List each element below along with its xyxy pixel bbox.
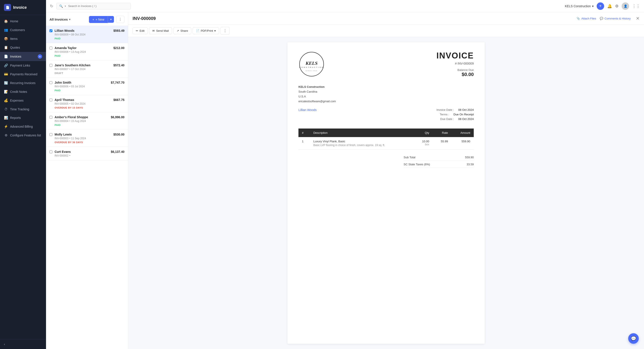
sidebar-item-payment-links[interactable]: 🔗 Payment Links (0, 61, 46, 70)
doc-balance-area: Balance Due $0.00 (436, 68, 474, 77)
invoice-list-item[interactable]: Jane's Southern Kitchen INV-000007•17 Oc… (46, 60, 128, 78)
edit-btn[interactable]: ✏ Edit (132, 27, 148, 34)
sidebar-label-invoices: Invoices (10, 55, 21, 58)
sidebar-collapse-btn[interactable]: ‹ (0, 339, 46, 349)
doc-title-area: INVOICE # INV-000009 Balance Due $0.00 (436, 51, 474, 77)
bell-icon[interactable]: 🔔 (607, 4, 612, 8)
doc-info-grid: Lillian Woods Invoice Date : 08 Oct 2024… (298, 108, 474, 122)
app-name: Invoice (13, 5, 27, 10)
invoice-list-item[interactable]: John Smith INV-000006•03 Jul 2024 PAID $… (46, 78, 128, 95)
customer-link[interactable]: Lillian Woods (298, 108, 317, 112)
settings-icon[interactable]: ⚙ (615, 4, 618, 8)
col-amount: Amount (452, 128, 474, 137)
invoice-info: John Smith INV-000006•03 Jul 2024 PAID (54, 81, 109, 92)
invoice-status: PAID (54, 37, 111, 40)
search-bar[interactable]: 🔍 ▾ (56, 3, 131, 9)
comments-history-link[interactable]: 💬 Comments & History (600, 17, 631, 20)
sidebar-item-customers[interactable]: 👥 Customers (0, 26, 46, 34)
sidebar-label-recurring-invoices: Recurring Invoices (10, 81, 36, 85)
invoice-checkbox[interactable] (50, 150, 52, 153)
create-new-btn[interactable]: + (597, 2, 604, 10)
new-invoice-main-btn[interactable]: + + New (89, 16, 108, 23)
sidebar-item-credit-notes[interactable]: 📝 Credit Notes (0, 87, 46, 96)
svg-text:KELS: KELS (305, 60, 318, 66)
col-description: Description (310, 128, 414, 137)
sidebar-item-items[interactable]: 📦 Items (0, 34, 46, 43)
toolbar-more-btn[interactable]: ⋮ (220, 27, 230, 34)
invoice-meta: INV-000008•13 Aug 2024 (54, 50, 111, 53)
item-unit: box (418, 143, 429, 146)
invoice-amount: $6,137.40 (111, 150, 124, 153)
due-date-label: Due Date : (440, 117, 454, 121)
sidebar-item-recurring-invoices[interactable]: 🔄 Recurring Invoices (0, 79, 46, 87)
tax-label: SC State Taxes (6%) (404, 163, 430, 166)
invoice-list-item[interactable]: April Thomas INV-000005•02 Oct 2024 OVER… (46, 95, 128, 112)
invoice-meta: INV-000009•08 Oct 2024 (54, 33, 111, 36)
pdf-icon: 📄 (196, 29, 200, 32)
from-country: U.S.A (298, 94, 474, 99)
sidebar-item-time-tracking[interactable]: ⏱ Time Tracking (0, 105, 46, 113)
company-selector[interactable]: KELS Construction ▾ (565, 4, 594, 8)
company-name: KELS Construction (565, 4, 591, 8)
svg-text:CONSTRUCTION: CONSTRUCTION (299, 66, 324, 68)
topbar: ↻ 🔍 ▾ KELS Construction ▾ + 🔔 ⚙ 👤 ⋮⋮ (46, 0, 644, 12)
sidebar-nav: 🏠 Home 👥 Customers 📦 Items 📋 Quotes 📄 In… (0, 15, 46, 339)
company-logo-area: KELS CONSTRUCTION SINCE 2019 (298, 51, 325, 78)
invoice-meta: INV-000004•15 Aug 2024 (54, 120, 109, 123)
invoice-checkbox[interactable] (50, 133, 52, 136)
company-dropdown-icon: ▾ (592, 4, 594, 8)
comments-history-label: Comments & History (604, 17, 631, 20)
new-invoice-dropdown-btn[interactable]: ▾ (108, 16, 114, 23)
invoice-checkbox[interactable] (50, 47, 52, 49)
invoice-checkbox[interactable] (50, 116, 52, 119)
filter-selector[interactable]: All Invoices ▾ (50, 17, 70, 21)
sidebar-icon-expenses: 💰 (4, 98, 8, 102)
attach-files-link[interactable]: 📎 Attach Files (576, 17, 596, 20)
invoice-amount: $667.75 (113, 98, 124, 102)
item-amount: 559.90 (452, 137, 474, 150)
detail-close-btn[interactable]: ✕ (636, 16, 640, 21)
item-description: Luxury Vinyl Plank, Basic Basic LVP floo… (310, 137, 414, 150)
invoice-date-label: Invoice Date : (436, 108, 454, 111)
subtotal-label: Sub Total (404, 156, 416, 159)
invoice-checkbox[interactable] (50, 29, 52, 32)
user-avatar[interactable]: 👤 (622, 2, 629, 10)
sidebar-item-payments-received[interactable]: 💳 Payments Received (0, 70, 46, 79)
sidebar-icon-items: 📦 (4, 37, 8, 41)
invoice-list-item[interactable]: Amber's Floral Shoppe INV-000004•15 Aug … (46, 112, 128, 130)
send-mail-label: Send Mail (156, 29, 169, 32)
sidebar-icon-credit-notes: 📝 (4, 90, 8, 94)
chat-btn[interactable]: 💬 (628, 333, 639, 344)
invoice-meta: INV-000005•02 Oct 2024 (54, 102, 111, 105)
search-filter-icon[interactable]: ▾ (65, 4, 66, 8)
invoice-list-item[interactable]: Molly Lewis INV-000003•11 Sep 2024 OVERD… (46, 130, 128, 147)
add-invoice-btn[interactable]: + (38, 54, 42, 59)
refresh-icon[interactable]: ↻ (50, 4, 53, 8)
invoice-list-item[interactable]: Amanda Taylor INV-000008•13 Aug 2024 PAI… (46, 43, 128, 60)
invoice-checkbox[interactable] (50, 81, 52, 84)
sidebar-item-home[interactable]: 🏠 Home (0, 17, 46, 26)
invoice-checkbox[interactable] (50, 98, 52, 101)
content-area: All Invoices ▾ + + New ▾ ⋮ Lillian Woods… (46, 12, 644, 349)
search-input[interactable] (68, 4, 128, 8)
share-btn[interactable]: ↗ Share (173, 27, 191, 34)
plus-icon: + (92, 18, 94, 21)
sidebar-item-advanced-billing[interactable]: ⚡ Advanced Billing (0, 122, 46, 131)
pdf-print-btn[interactable]: 📄 PDF/Print ▾ (192, 27, 219, 34)
sidebar-item-reports[interactable]: 📊 Reports (0, 113, 46, 122)
send-mail-btn[interactable]: ✉ Send Mail (149, 27, 172, 34)
invoice-checkbox[interactable] (50, 64, 52, 67)
invoice-list-item[interactable]: Curt Evans INV-000002• $6,137.40 (46, 147, 128, 160)
sidebar-item-configure[interactable]: ⚙ Configure Features list (0, 131, 46, 140)
from-state: South Carolina (298, 89, 474, 94)
invoice-list-item[interactable]: Lillian Woods INV-000009•08 Oct 2024 PAI… (46, 26, 128, 43)
detail-header: INV-000009 📎 Attach Files 💬 Comments & H… (128, 12, 644, 25)
sidebar-item-quotes[interactable]: 📋 Quotes (0, 43, 46, 52)
grid-menu-icon[interactable]: ⋮⋮ (632, 4, 640, 8)
terms-label: Terms : (440, 113, 449, 116)
comment-icon: 💬 (600, 17, 603, 20)
sidebar-item-expenses[interactable]: 💰 Expenses (0, 96, 46, 105)
sidebar-item-invoices[interactable]: 📄 Invoices + (0, 52, 46, 61)
list-more-btn[interactable]: ⋮ (116, 16, 124, 23)
detail-header-actions: 📎 Attach Files 💬 Comments & History ✕ (576, 16, 640, 21)
